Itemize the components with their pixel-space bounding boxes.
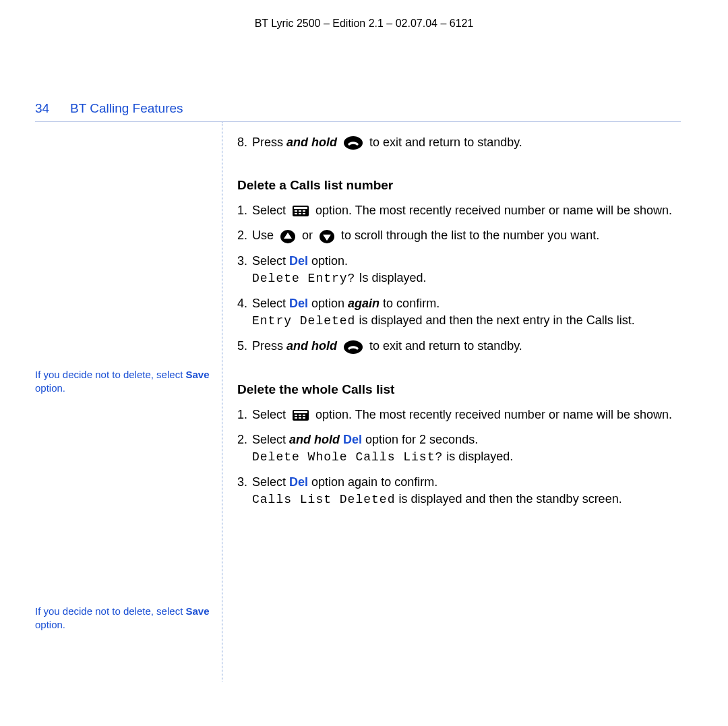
step-number: 2. (237, 431, 252, 466)
svg-rect-5 (303, 210, 305, 212)
text: to scroll through the list to the number… (341, 229, 599, 242)
end-call-icon (343, 135, 363, 150)
svg-rect-7 (299, 213, 301, 214)
text: Select (252, 408, 289, 421)
step: 3. Select Del option. Delete Entry? Is d… (237, 253, 681, 287)
end-call-icon (343, 340, 363, 355)
text: is displayed. (443, 450, 513, 463)
text: Press (252, 135, 286, 149)
text: is displayed and then the next entry in … (355, 313, 634, 327)
note-text: option. (35, 619, 65, 630)
lcd-text: Calls List Deleted (252, 493, 395, 506)
step-body: Select Del option again to confirm. Call… (252, 474, 681, 508)
step-number: 3. (237, 253, 252, 287)
step-body: Use or to scroll through the list to the… (252, 227, 681, 244)
svg-rect-2 (294, 207, 307, 209)
step-body: Select option. The most recently receive… (252, 202, 681, 219)
step: 1. Select option. The most recently rece… (237, 202, 681, 219)
step-number: 4. (237, 295, 252, 330)
step-number: 3. (237, 474, 252, 508)
step-body: Select Del option again to confirm. Entr… (252, 295, 681, 330)
note-text: If you decide not to delete, select (35, 369, 185, 380)
text: option. The most recently received numbe… (315, 408, 672, 421)
side-note: If you decide not to delete, select Save… (35, 368, 212, 396)
svg-rect-16 (303, 415, 305, 416)
svg-rect-6 (295, 213, 297, 214)
svg-rect-4 (299, 210, 301, 212)
text: to confirm. (380, 297, 439, 310)
svg-rect-17 (295, 417, 297, 419)
text: Select (252, 204, 289, 217)
step-body: Select option. The most recently receive… (252, 406, 681, 423)
columns: If you decide not to delete, select Save… (35, 122, 681, 682)
text: option. The most recently received numbe… (315, 204, 672, 217)
step: 5. Press and hold to exit and return to … (237, 338, 681, 355)
side-notes-column: If you decide not to delete, select Save… (35, 122, 222, 682)
subsection-title: Delete a Calls list number (237, 178, 681, 193)
text: Select (252, 254, 289, 268)
lcd-text: Entry Deleted (252, 314, 355, 328)
section-title: BT Calling Features (70, 101, 183, 116)
note-bold: Save (185, 605, 209, 617)
step-number: 2. (237, 227, 252, 244)
text: to exit and return to standby. (369, 339, 522, 353)
text: Is displayed. (355, 271, 426, 284)
step-body: Select and hold Del option for 2 seconds… (252, 431, 681, 466)
emphasis: and hold (289, 433, 340, 446)
del-option: Del (289, 475, 308, 489)
down-arrow-icon (319, 229, 335, 244)
text: to exit and return to standby. (369, 135, 522, 149)
page: BT Lyric 2500 – Edition 2.1 – 02.07.04 –… (0, 0, 728, 726)
svg-rect-8 (303, 213, 305, 214)
text: Select (252, 297, 289, 310)
text: option for 2 seconds. (362, 433, 478, 446)
svg-rect-13 (294, 411, 307, 413)
text: Use (252, 229, 277, 242)
note-text: option. (35, 382, 65, 394)
text: is displayed and then the standby screen… (395, 492, 621, 506)
step: 2. Use or to scroll through the list to … (237, 227, 681, 244)
document-id: BT Lyric 2500 – Edition 2.1 – 02.07.04 –… (0, 18, 728, 30)
note-text: If you decide not to delete, select (35, 605, 185, 617)
svg-rect-14 (295, 415, 297, 416)
step: 8. Press and hold to exit and return to … (237, 134, 681, 151)
content-area: 34 BT Calling Features If you decide not… (35, 101, 681, 682)
side-note: If you decide not to delete, select Save… (35, 605, 212, 632)
text: Select (252, 475, 289, 489)
text: or (302, 229, 316, 242)
subsection-title: Delete the whole Calls list (237, 382, 681, 397)
heading-row: 34 BT Calling Features (35, 101, 681, 116)
step-number: 8. (237, 134, 252, 151)
page-number: 34 (35, 101, 51, 116)
step: 1. Select option. The most recently rece… (237, 406, 681, 423)
svg-rect-15 (299, 415, 301, 416)
step-number: 5. (237, 338, 252, 355)
text: Press (252, 339, 286, 353)
calls-list-icon (292, 204, 309, 218)
calls-list-icon (292, 408, 309, 423)
step-number: 1. (237, 202, 252, 219)
main-column: 8. Press and hold to exit and return to … (222, 122, 681, 682)
step-body: Select Del option. Delete Entry? Is disp… (252, 253, 681, 287)
text: option (308, 297, 348, 310)
lcd-text: Delete Whole Calls List? (252, 450, 443, 464)
svg-rect-19 (303, 417, 305, 419)
step: 3. Select Del option again to confirm. C… (237, 474, 681, 508)
text: option. (308, 254, 348, 268)
step-body: Press and hold to exit and return to sta… (252, 134, 681, 151)
step: 2. Select and hold Del option for 2 seco… (237, 431, 681, 466)
svg-rect-3 (295, 210, 297, 212)
del-option: Del (289, 297, 308, 310)
up-arrow-icon (280, 229, 296, 244)
emphasis: and hold (286, 135, 337, 149)
del-option: Del (340, 433, 362, 446)
step-number: 1. (237, 406, 252, 423)
emphasis: again (348, 297, 380, 310)
svg-rect-18 (299, 417, 301, 419)
step-body: Press and hold to exit and return to sta… (252, 338, 681, 355)
note-bold: Save (185, 369, 209, 380)
text: Select (252, 433, 289, 446)
text: option again to confirm. (308, 475, 437, 489)
emphasis: and hold (286, 339, 337, 353)
step: 4. Select Del option again to confirm. E… (237, 295, 681, 330)
